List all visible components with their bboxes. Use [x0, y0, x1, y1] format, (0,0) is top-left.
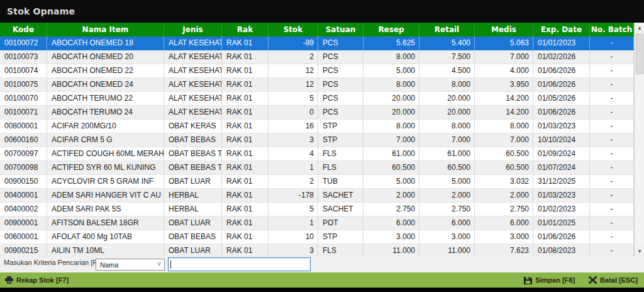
cell-nama: ACIFAR CRM 5 G [47, 133, 164, 147]
table-row[interactable]: 00700097ACTIFED COUGH 60ML MERAHOBAT BEB… [0, 147, 634, 161]
cell-exp: 01/01/2025 [533, 216, 590, 230]
cell-rak: RAK 01 [222, 106, 269, 119]
cell-stok: 2 [269, 50, 318, 64]
cell-satuan: FLS [318, 161, 364, 174]
cell-resep: 7.000 [364, 133, 419, 147]
simpan-button[interactable]: Simpan [F8] [524, 276, 575, 284]
cell-batch: - [590, 50, 634, 64]
search-field-dropdown[interactable]: Nama ˅ [96, 259, 165, 271]
scroll-down-arrow-icon[interactable]: ▼ [635, 246, 644, 257]
cell-stok: -178 [269, 189, 318, 202]
cell-satuan: POT [318, 216, 364, 230]
table-row[interactable]: 00100075ABOCATH ONEMED 24ALAT KESEHATRAK… [0, 78, 634, 92]
cell-satuan: PCS [318, 78, 364, 91]
table-row[interactable]: 00900215AILIN TM 10MLOBAT LUARRAK 013FLS… [0, 244, 634, 257]
cell-resep: 8.000 [364, 120, 419, 133]
cell-batch: - [590, 64, 634, 77]
column-header-kode[interactable]: Kode [0, 23, 47, 36]
cell-medis: 4.000 [475, 64, 533, 77]
search-strip: Masukan Kriteria Pencarian [F3] Nama ˅ [0, 257, 644, 272]
cell-nama: AFOLAT 400 Mg 10TAB [47, 230, 164, 244]
column-header-nama[interactable]: Nama Item [47, 23, 164, 36]
cell-nama: AFITSON BALSEM 18GR [47, 216, 164, 230]
cell-satuan: STP [318, 133, 364, 147]
footer-bar: Rekap Stok [F7] Simpan [F8] Batal [ESC] [0, 272, 644, 288]
table-row[interactable]: 00100071ABOCATH TERUMO 24ALAT KESEHATRAK… [0, 106, 634, 120]
cell-exp: 01/03/2023 [533, 120, 590, 133]
simpan-label: Simpan [F8] [535, 276, 575, 284]
cell-retail: 6.000 [419, 216, 475, 230]
table-row[interactable]: 00900001AFITSON BALSEM 18GROBAT LUARRAK … [0, 216, 634, 230]
cell-stok: 5 [269, 92, 318, 105]
cell-batch: - [590, 106, 634, 119]
table-row[interactable]: 00400002ADEM SARI PAK 5SHERBALRAK 015SAC… [0, 203, 634, 216]
cell-medis: 60.500 [475, 147, 533, 160]
table-row[interactable]: 00100073ABOCATH ONEMED 20ALAT KESEHATRAK… [0, 50, 634, 64]
cell-stok: 3 [269, 244, 318, 257]
cell-stok: 1 [269, 161, 318, 174]
cell-rak: RAK 01 [222, 92, 269, 105]
table-row[interactable]: 00100074ABOCATH ONEMED 22ALAT KESEHATRAK… [0, 64, 634, 78]
cell-stok: 5 [269, 203, 318, 216]
cell-retail: 3.000 [419, 230, 475, 244]
table-row[interactable]: 00100070ABOCATH TERUMO 22ALAT KESEHATRAK… [0, 92, 634, 106]
stock-table: KodeNama ItemJenisRakStokSatuanResepReta… [0, 23, 634, 257]
cell-rak: RAK 01 [222, 161, 269, 174]
cell-retail: 5.000 [419, 175, 475, 188]
cell-medis: 2.000 [475, 189, 533, 202]
column-header-exp[interactable]: Exp. Date [533, 23, 590, 36]
cell-stok: 16 [269, 120, 318, 133]
cell-satuan: STP [318, 230, 364, 244]
text-caret [170, 261, 171, 269]
column-header-rak[interactable]: Rak [222, 23, 269, 36]
scrollbar-thumb[interactable] [636, 34, 643, 74]
batal-button[interactable]: Batal [ESC] [589, 276, 638, 284]
cell-rak: RAK 01 [222, 175, 269, 188]
column-header-resep[interactable]: Resep [364, 23, 419, 36]
bottom-black-strip [0, 288, 644, 292]
table-row[interactable]: 00100072ABOCATH ONEMED 18ALAT KESEHATRAK… [0, 36, 634, 50]
cell-nama: AILIN TM 10ML [47, 244, 164, 257]
cell-rak: RAK 01 [222, 230, 269, 244]
table-row[interactable]: 00700098ACTIFED SYR 60 ML KUNINGOBAT BEB… [0, 161, 634, 175]
cell-retail: 20.000 [419, 92, 475, 105]
table-row[interactable]: 00600001AFOLAT 400 Mg 10TABOBAT BEBASRAK… [0, 230, 634, 244]
column-header-stok[interactable]: Stok [269, 23, 318, 36]
cell-resep: 8.000 [364, 50, 419, 64]
cell-stok: 12 [269, 78, 318, 91]
cell-stok: -89 [269, 36, 318, 50]
cell-nama: ACYCLOVIR CR 5 GRAM INF [47, 175, 164, 188]
cell-satuan: PCS [318, 106, 364, 119]
cell-stok: 4 [269, 147, 318, 160]
table-row[interactable]: 00900150ACYCLOVIR CR 5 GRAM INFOBAT LUAR… [0, 175, 634, 189]
column-header-jenis[interactable]: Jenis [164, 23, 222, 36]
search-input[interactable] [169, 258, 310, 271]
column-header-retail[interactable]: Retail [419, 23, 475, 36]
cell-nama: ADEM SARI PAK 5S [47, 203, 164, 216]
column-header-medis[interactable]: Medis [475, 23, 533, 36]
search-criteria-label: Masukan Kriteria Pencarian [F3] [4, 259, 103, 266]
table-row[interactable]: 00800001ACIFAR 200MG/10OBAT KERASRAK 011… [0, 120, 634, 133]
cell-jenis: OBAT BEBAS T [164, 147, 222, 160]
cancel-x-icon [589, 276, 597, 284]
scroll-up-arrow-icon[interactable]: ▲ [635, 23, 644, 33]
column-header-batch[interactable]: No. Batch [590, 23, 634, 36]
cell-batch: - [590, 120, 634, 133]
cell-kode: 00400002 [0, 203, 47, 216]
cell-rak: RAK 01 [222, 50, 269, 64]
cell-batch: - [590, 92, 634, 105]
rekap-stok-button[interactable]: Rekap Stok [F7] [5, 276, 69, 284]
cell-rak: RAK 01 [222, 244, 269, 257]
cell-batch: - [590, 230, 634, 244]
cell-rak: RAK 01 [222, 133, 269, 147]
table-row[interactable]: 00600160ACIFAR CRM 5 GOBAT BEBASRAK 013S… [0, 133, 634, 147]
cell-satuan: STP [318, 120, 364, 133]
cell-satuan: SACHET [318, 203, 364, 216]
cell-batch: - [590, 189, 634, 202]
column-header-satuan[interactable]: Satuan [318, 23, 364, 36]
stok-opname-window: Stok Opname KodeNama ItemJenisRakStokSat… [0, 0, 644, 292]
cell-nama: ABOCATH ONEMED 24 [47, 78, 164, 91]
cell-jenis: OBAT LUAR [164, 216, 222, 230]
table-row[interactable]: 00400001ADEM SARI HANGER VIT C AUHERBALR… [0, 189, 634, 203]
vertical-scrollbar[interactable]: ▲ ▼ [634, 23, 644, 257]
